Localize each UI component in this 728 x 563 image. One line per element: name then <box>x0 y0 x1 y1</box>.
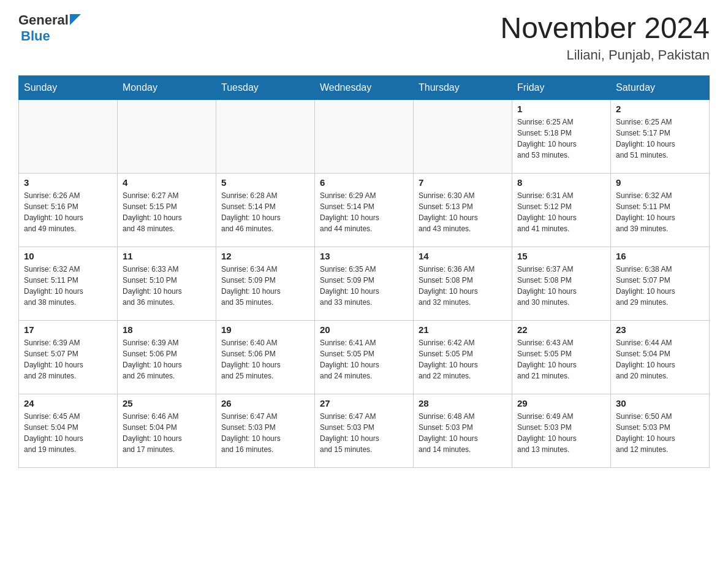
calendar-day-cell: 2Sunrise: 6:25 AM Sunset: 5:17 PM Daylig… <box>611 99 710 173</box>
calendar-header-day: Saturday <box>611 75 710 99</box>
calendar-week-row: 3Sunrise: 6:26 AM Sunset: 5:16 PM Daylig… <box>19 173 710 247</box>
calendar-day-cell: 23Sunrise: 6:44 AM Sunset: 5:04 PM Dayli… <box>611 320 710 394</box>
month-title: November 2024 <box>500 12 710 45</box>
calendar-day-cell: 12Sunrise: 6:34 AM Sunset: 5:09 PM Dayli… <box>216 247 315 320</box>
calendar-week-row: 17Sunrise: 6:39 AM Sunset: 5:07 PM Dayli… <box>19 320 710 394</box>
day-number: 18 <box>123 324 211 335</box>
day-info: Sunrise: 6:28 AM Sunset: 5:14 PM Dayligh… <box>221 190 309 234</box>
calendar-day-cell: 9Sunrise: 6:32 AM Sunset: 5:11 PM Daylig… <box>611 173 710 247</box>
day-number: 27 <box>320 398 408 408</box>
calendar-week-row: 1Sunrise: 6:25 AM Sunset: 5:18 PM Daylig… <box>19 99 710 173</box>
day-number: 17 <box>24 324 112 335</box>
calendar-day-cell: 5Sunrise: 6:28 AM Sunset: 5:14 PM Daylig… <box>216 173 315 247</box>
day-info: Sunrise: 6:46 AM Sunset: 5:04 PM Dayligh… <box>123 411 211 455</box>
calendar-day-cell: 18Sunrise: 6:39 AM Sunset: 5:06 PM Dayli… <box>118 320 216 394</box>
calendar-day-cell: 17Sunrise: 6:39 AM Sunset: 5:07 PM Dayli… <box>19 320 118 394</box>
calendar-header-day: Sunday <box>19 75 118 99</box>
day-info: Sunrise: 6:36 AM Sunset: 5:08 PM Dayligh… <box>419 264 507 308</box>
day-info: Sunrise: 6:39 AM Sunset: 5:07 PM Dayligh… <box>24 337 112 381</box>
day-info: Sunrise: 6:30 AM Sunset: 5:13 PM Dayligh… <box>419 190 507 234</box>
calendar-day-cell: 7Sunrise: 6:30 AM Sunset: 5:13 PM Daylig… <box>414 173 512 247</box>
day-info: Sunrise: 6:34 AM Sunset: 5:09 PM Dayligh… <box>221 264 309 308</box>
day-number: 13 <box>320 251 408 261</box>
calendar-day-cell: 13Sunrise: 6:35 AM Sunset: 5:09 PM Dayli… <box>315 247 414 320</box>
calendar-day-cell: 4Sunrise: 6:27 AM Sunset: 5:15 PM Daylig… <box>118 173 216 247</box>
day-number: 23 <box>616 324 704 335</box>
day-number: 19 <box>221 324 309 335</box>
day-info: Sunrise: 6:49 AM Sunset: 5:03 PM Dayligh… <box>517 411 605 455</box>
day-info: Sunrise: 6:44 AM Sunset: 5:04 PM Dayligh… <box>616 337 704 381</box>
day-info: Sunrise: 6:29 AM Sunset: 5:14 PM Dayligh… <box>320 190 408 234</box>
day-number: 25 <box>123 398 211 408</box>
day-info: Sunrise: 6:32 AM Sunset: 5:11 PM Dayligh… <box>616 190 704 234</box>
day-number: 28 <box>419 398 507 408</box>
day-number: 7 <box>419 177 507 188</box>
day-number: 26 <box>221 398 309 408</box>
calendar-day-cell: 26Sunrise: 6:47 AM Sunset: 5:03 PM Dayli… <box>216 394 315 467</box>
logo-blue-text: Blue <box>21 28 50 44</box>
logo-general-text: General <box>18 12 69 28</box>
day-number: 20 <box>320 324 408 335</box>
day-number: 15 <box>517 251 605 261</box>
calendar-header-day: Wednesday <box>315 75 414 99</box>
day-number: 12 <box>221 251 309 261</box>
day-number: 14 <box>419 251 507 261</box>
page-header: General Blue November 2024 Liliani, Punj… <box>18 12 710 63</box>
day-number: 6 <box>320 177 408 188</box>
calendar-day-cell: 8Sunrise: 6:31 AM Sunset: 5:12 PM Daylig… <box>512 173 611 247</box>
day-number: 3 <box>24 177 112 188</box>
calendar-day-cell <box>118 99 216 173</box>
calendar-day-cell: 21Sunrise: 6:42 AM Sunset: 5:05 PM Dayli… <box>414 320 512 394</box>
day-info: Sunrise: 6:41 AM Sunset: 5:05 PM Dayligh… <box>320 337 408 381</box>
logo-triangle-icon <box>70 14 81 25</box>
day-info: Sunrise: 6:43 AM Sunset: 5:05 PM Dayligh… <box>517 337 605 381</box>
day-number: 30 <box>616 398 704 408</box>
day-number: 29 <box>517 398 605 408</box>
calendar-day-cell: 3Sunrise: 6:26 AM Sunset: 5:16 PM Daylig… <box>19 173 118 247</box>
calendar-day-cell <box>216 99 315 173</box>
calendar-day-cell <box>19 99 118 173</box>
calendar-header-day: Friday <box>512 75 611 99</box>
day-info: Sunrise: 6:27 AM Sunset: 5:15 PM Dayligh… <box>123 190 211 234</box>
calendar-day-cell: 29Sunrise: 6:49 AM Sunset: 5:03 PM Dayli… <box>512 394 611 467</box>
day-info: Sunrise: 6:26 AM Sunset: 5:16 PM Dayligh… <box>24 190 112 234</box>
day-info: Sunrise: 6:45 AM Sunset: 5:04 PM Dayligh… <box>24 411 112 455</box>
calendar-day-cell: 25Sunrise: 6:46 AM Sunset: 5:04 PM Dayli… <box>118 394 216 467</box>
day-number: 8 <box>517 177 605 188</box>
calendar-day-cell: 27Sunrise: 6:47 AM Sunset: 5:03 PM Dayli… <box>315 394 414 467</box>
day-info: Sunrise: 6:31 AM Sunset: 5:12 PM Dayligh… <box>517 190 605 234</box>
day-info: Sunrise: 6:47 AM Sunset: 5:03 PM Dayligh… <box>221 411 309 455</box>
day-info: Sunrise: 6:37 AM Sunset: 5:08 PM Dayligh… <box>517 264 605 308</box>
calendar-day-cell: 22Sunrise: 6:43 AM Sunset: 5:05 PM Dayli… <box>512 320 611 394</box>
day-info: Sunrise: 6:50 AM Sunset: 5:03 PM Dayligh… <box>616 411 704 455</box>
day-number: 24 <box>24 398 112 408</box>
day-info: Sunrise: 6:48 AM Sunset: 5:03 PM Dayligh… <box>419 411 507 455</box>
calendar-day-cell: 19Sunrise: 6:40 AM Sunset: 5:06 PM Dayli… <box>216 320 315 394</box>
calendar-day-cell: 30Sunrise: 6:50 AM Sunset: 5:03 PM Dayli… <box>611 394 710 467</box>
calendar-header-day: Tuesday <box>216 75 315 99</box>
day-info: Sunrise: 6:32 AM Sunset: 5:11 PM Dayligh… <box>24 264 112 308</box>
calendar-week-row: 10Sunrise: 6:32 AM Sunset: 5:11 PM Dayli… <box>19 247 710 320</box>
day-number: 16 <box>616 251 704 261</box>
calendar-day-cell: 6Sunrise: 6:29 AM Sunset: 5:14 PM Daylig… <box>315 173 414 247</box>
day-info: Sunrise: 6:25 AM Sunset: 5:18 PM Dayligh… <box>517 117 605 161</box>
title-block: November 2024 Liliani, Punjab, Pakistan <box>500 12 710 63</box>
day-info: Sunrise: 6:38 AM Sunset: 5:07 PM Dayligh… <box>616 264 704 308</box>
day-number: 4 <box>123 177 211 188</box>
calendar-table: SundayMondayTuesdayWednesdayThursdayFrid… <box>18 75 710 468</box>
calendar-header-day: Monday <box>118 75 216 99</box>
logo: General Blue <box>18 12 81 44</box>
calendar-header-day: Thursday <box>414 75 512 99</box>
calendar-header-row: SundayMondayTuesdayWednesdayThursdayFrid… <box>19 75 710 99</box>
day-number: 5 <box>221 177 309 188</box>
svg-marker-0 <box>70 14 81 25</box>
calendar-day-cell <box>315 99 414 173</box>
calendar-week-row: 24Sunrise: 6:45 AM Sunset: 5:04 PM Dayli… <box>19 394 710 467</box>
day-info: Sunrise: 6:25 AM Sunset: 5:17 PM Dayligh… <box>616 117 704 161</box>
day-number: 2 <box>616 104 704 114</box>
calendar-day-cell: 24Sunrise: 6:45 AM Sunset: 5:04 PM Dayli… <box>19 394 118 467</box>
calendar-day-cell: 15Sunrise: 6:37 AM Sunset: 5:08 PM Dayli… <box>512 247 611 320</box>
day-info: Sunrise: 6:42 AM Sunset: 5:05 PM Dayligh… <box>419 337 507 381</box>
calendar-day-cell <box>414 99 512 173</box>
day-number: 10 <box>24 251 112 261</box>
